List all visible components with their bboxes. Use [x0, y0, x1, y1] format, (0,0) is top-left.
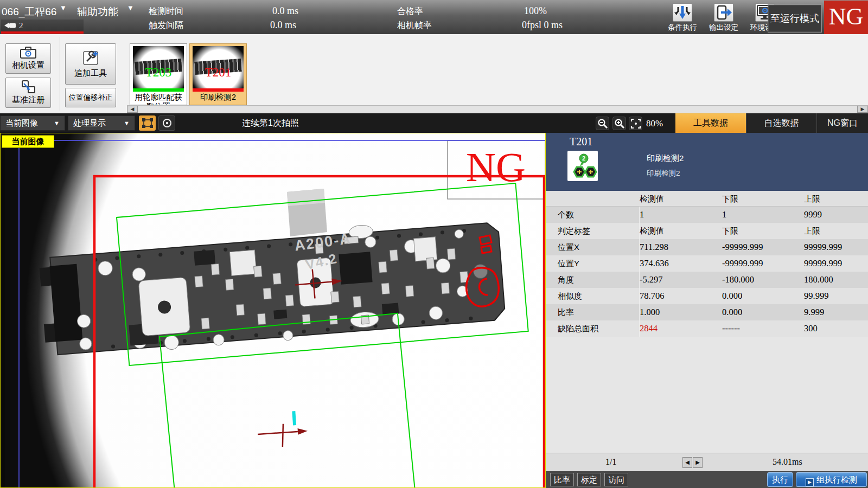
next-page-icon[interactable]: ▶ [693, 457, 703, 468]
region-display-toggle[interactable] [139, 115, 156, 131]
group-execute-button[interactable]: ▶组执行检测 [796, 472, 867, 487]
stat-value: 100% [524, 5, 547, 17]
stat-label: 触发间隔 [149, 20, 183, 31]
tool-data-panel: T201 2 印刷检测2 印刷检测2 检测值 下限 上限 个数 1 1 9999… [546, 133, 868, 488]
tab-custom-data[interactable]: 自选数据 [746, 113, 816, 133]
table-row[interactable]: 比率 1.000 0.000 9.999 [546, 304, 868, 320]
datum-squares-icon [21, 80, 36, 93]
calibration-button[interactable]: 标定 [577, 473, 601, 486]
result-pager: 1/1 ◀ ▶ 54.01ms [546, 453, 868, 471]
wrench-plus-icon [81, 49, 100, 67]
zoom-out-button[interactable] [596, 117, 609, 130]
zoom-in-button[interactable] [612, 117, 626, 130]
output-settings-button[interactable]: 输出设定 [702, 3, 745, 33]
camera-tab-number: 2 [19, 21, 23, 30]
stat-value: 0.0 ms [272, 5, 298, 17]
scroll-right-icon[interactable]: ▶ [857, 106, 868, 113]
panel-footer: 比率 标定 访问 执行 ▶组执行检测 [546, 471, 868, 488]
scroll-left-icon[interactable]: ◀ [127, 106, 138, 113]
action-label: 条件执行 [661, 23, 704, 33]
project-menu[interactable]: 066_工程66 [2, 5, 56, 19]
fit-screen-icon [630, 118, 641, 129]
col-measured: 检测值 [640, 191, 722, 206]
image-label-tab: 当前图像 [2, 135, 54, 148]
ng-status-badge: NG [824, 1, 868, 34]
tool-id: T203 [133, 66, 184, 80]
button-label: 相机设置 [12, 60, 44, 70]
tool-name: 印刷检测2 [647, 153, 684, 164]
target-circle-icon [161, 118, 173, 129]
tool-ribbon: 相机设置 基准注册 追加工具 位置偏移补正 T203 用轮廓匹配获取位置 T20… [0, 34, 868, 113]
tool-thumb-image: T203 [133, 46, 184, 88]
zoom-in-icon [614, 118, 625, 129]
chevron-down-icon: ▼ [124, 120, 135, 126]
tool-list-scrollbar[interactable]: ◀ ▶ [127, 105, 868, 113]
camera-tab-active-bar [1, 31, 84, 34]
rotation-display-toggle[interactable] [158, 115, 175, 131]
stat-label: 合格率 [397, 6, 423, 17]
zoom-fit-button[interactable] [629, 117, 642, 130]
tab-tool-data[interactable]: 工具数据 [675, 113, 746, 133]
chevron-down-icon: ▼ [54, 120, 65, 126]
inspection-image: A200-A V4.2 [1, 133, 545, 487]
image-source-dropdown[interactable]: 当前图像 ▼ [0, 115, 65, 131]
button-label: 位置偏移补正 [69, 93, 113, 102]
table-row[interactable]: 个数 1 1 9999 [546, 207, 868, 223]
vision-inspection-app: 066_工程66 ▼ 辅助功能 ▼ 2 检测时间 0.0 ms 触发间隔 0.0… [0, 0, 868, 488]
process-time: 54.01ms [773, 457, 802, 467]
tool-id: T201 [570, 136, 592, 148]
viewer-toolbar: 当前图像 ▼ 处理显示 ▼ 连续第1次拍照 80% 工具数据 自选数据 NG窗口 [0, 113, 868, 133]
page-indicator: 1/1 [605, 457, 616, 467]
tool-thumbnail-t203[interactable]: T203 用轮廓匹配获取位置 [130, 43, 187, 105]
display-mode-dropdown[interactable]: 处理显示 ▼ [68, 115, 135, 131]
capture-status-text: 连续第1次拍照 [242, 118, 299, 129]
ng-overlay-text: NG [466, 144, 526, 190]
tool-id: T201 [193, 66, 244, 80]
camera-icon [4, 22, 16, 29]
table-row[interactable]: 判定标签 检测值 下限 上限 [546, 223, 868, 239]
table-row[interactable]: 相似度 78.706 0.000 99.999 [546, 288, 868, 304]
camera-gear-icon [20, 47, 36, 59]
tool-thumb-image: T201 [193, 46, 244, 88]
tool-header: T201 2 印刷检测2 印刷检测2 [546, 133, 868, 191]
tool-label: 用轮廓匹配获取位置 [131, 93, 186, 105]
button-label: 追加工具 [74, 68, 107, 79]
action-label: 输出设定 [702, 23, 745, 33]
title-bar: 066_工程66 ▼ 辅助功能 ▼ 2 检测时间 0.0 ms 触发间隔 0.0… [0, 0, 868, 34]
table-column-header: 检测值 下限 上限 [546, 191, 868, 207]
access-button[interactable]: 访问 [604, 473, 628, 486]
chevron-down-icon[interactable]: ▼ [127, 4, 134, 12]
button-label: 组执行检测 [816, 475, 857, 484]
prev-page-icon[interactable]: ◀ [682, 457, 692, 468]
run-mode-button[interactable]: 至运行模式 [768, 4, 822, 33]
tab-ng-window[interactable]: NG窗口 [816, 113, 868, 133]
tool-status-bar [193, 88, 244, 92]
tool-label: 印刷检测2 [191, 93, 245, 102]
add-tool-button[interactable]: 追加工具 [65, 43, 116, 85]
camera-setup-button[interactable]: 相机设置 [5, 43, 51, 74]
stat-value: 0fpsl 0 ms [522, 20, 563, 31]
table-row[interactable]: 角度 -5.297 -180.000 180.000 [546, 272, 868, 288]
tool-thumbnail-t201-selected[interactable]: T201 印刷检测2 [189, 43, 247, 105]
datum-register-button[interactable]: 基准注册 [5, 78, 51, 108]
condition-execute-button[interactable]: 条件执行 [661, 3, 704, 33]
image-viewer[interactable]: 当前图像 [0, 133, 546, 488]
aux-function-menu[interactable]: 辅助功能 [77, 5, 118, 19]
execute-button[interactable]: 执行 [767, 472, 793, 487]
stat-label: 相机帧率 [397, 20, 432, 31]
zoom-out-icon [597, 118, 608, 129]
stat-label: 检测时间 [149, 6, 183, 17]
defect-value-ng: 2844 [640, 320, 722, 337]
play-icon: ▶ [806, 478, 814, 486]
dropdown-value: 当前图像 [1, 118, 38, 129]
ratio-button[interactable]: 比率 [550, 473, 574, 486]
table-row[interactable]: 位置X 711.298 -99999.999 99999.999 [546, 239, 868, 255]
dropdown-value: 处理显示 [68, 118, 106, 129]
position-offset-button[interactable]: 位置偏移补正 [65, 88, 116, 107]
chevron-down-icon[interactable]: ▼ [60, 4, 67, 12]
table-row[interactable]: 位置Y 374.636 -99999.999 99999.999 [546, 255, 868, 272]
camera-tab[interactable]: 2 [1, 20, 84, 31]
col-lower-limit: 下限 [722, 191, 804, 206]
tool-description: 印刷检测2 [647, 169, 680, 178]
table-row-defect-area[interactable]: 缺陷总面积 2844 ------ 300 [546, 320, 868, 337]
